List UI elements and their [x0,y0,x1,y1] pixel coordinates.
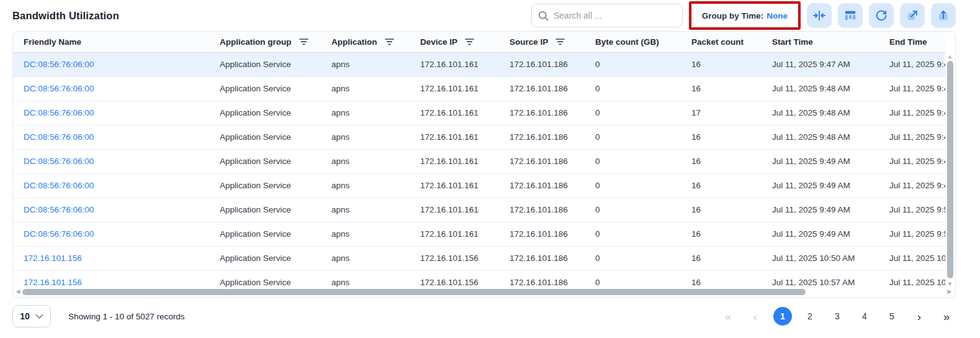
friendly-name-link[interactable]: 172.16.101.156 [24,278,82,287]
col-header-application[interactable]: Application [331,32,420,52]
friendly-name-link[interactable]: 172.16.101.156 [24,254,82,263]
table-footer: 10 Showing 1 - 10 of 5027 records « ‹ 1 … [0,298,980,327]
table-row[interactable]: DC:08:56:76:06:00 Application Service ap… [13,198,945,222]
cell-byte-count: 0 [595,125,691,149]
refresh-icon [874,9,888,22]
table-row[interactable]: DC:08:56:76:06:00 Application Service ap… [13,52,945,76]
pagination-first-button[interactable]: « [719,307,737,326]
filter-icon[interactable] [465,38,474,45]
col-header-device-ip[interactable]: Device IP [420,32,510,52]
cell-end-time: Jul 11, 2025 9:4 [889,52,945,76]
cell-source-ip: 172.16.101.186 [510,101,595,125]
pagination-prev-button[interactable]: ‹ [746,307,765,326]
cell-byte-count: 0 [595,52,691,76]
bandwidth-table: Friendly Name Application group Applicat… [13,32,945,295]
cell-source-ip: 172.16.101.186 [510,76,595,101]
filter-icon[interactable] [299,38,308,45]
friendly-name-link[interactable]: DC:08:56:76:06:00 [24,157,94,166]
page-size-select[interactable]: 10 [12,305,51,327]
cell-application-group: Application Service [220,52,331,76]
expand-icon [906,9,919,22]
pagination-page-1[interactable]: 1 [773,307,792,326]
table-row[interactable]: DC:08:56:76:06:00 Application Service ap… [13,222,945,246]
table-row[interactable]: DC:08:56:76:06:00 Application Service ap… [13,76,945,101]
cell-source-ip: 172.16.101.186 [510,149,595,173]
friendly-name-link[interactable]: DC:08:56:76:06:00 [24,181,94,190]
expand-button[interactable] [900,3,925,28]
vertical-scrollbar-thumb[interactable] [947,61,953,278]
cell-end-time: Jul 11, 2025 9:4 [889,149,945,173]
columns-icon [843,9,857,22]
collapse-columns-icon [812,9,826,22]
cell-application: apns [331,149,420,173]
export-button[interactable] [931,3,956,28]
group-by-time-button[interactable]: Group by Time: None [691,4,798,27]
pagination-page-5[interactable]: 5 [883,307,901,326]
cell-start-time: Jul 11, 2025 9:48 AM [772,125,889,149]
search-input[interactable] [554,11,676,21]
table-row[interactable]: 172.16.101.156 Application Service apns … [13,246,945,270]
cell-byte-count: 0 [595,222,691,246]
refresh-button[interactable] [869,3,894,28]
pagination-page-4[interactable]: 4 [855,307,874,326]
cell-application-group: Application Service [220,76,331,101]
table-row[interactable]: DC:08:56:76:06:00 Application Service ap… [13,101,945,125]
cell-device-ip: 172.16.101.161 [420,149,510,173]
col-header-source-ip[interactable]: Source IP [510,32,595,52]
col-header-byte-count[interactable]: Byte count (GB) [595,32,691,52]
cell-source-ip: 172.16.101.186 [510,52,595,76]
horizontal-scrollbar-thumb[interactable] [22,289,806,295]
cell-application-group: Application Service [220,246,331,270]
filter-icon[interactable] [385,38,394,45]
cell-byte-count: 0 [595,149,691,173]
chevron-down-icon [35,314,43,319]
search-icon [538,11,549,21]
cell-application: apns [331,76,420,101]
col-header-application-group[interactable]: Application group [220,32,331,52]
cell-application: apns [331,173,420,198]
friendly-name-link[interactable]: DC:08:56:76:06:00 [24,84,94,93]
cell-start-time: Jul 11, 2025 9:49 AM [772,222,889,246]
cell-end-time: Jul 11, 2025 9:5 [889,222,945,246]
col-header-end-time[interactable]: End Time [889,32,945,52]
scroll-down-arrow[interactable]: ▼ [946,281,954,287]
pagination-last-button[interactable]: » [937,307,956,326]
col-header-friendly-name[interactable]: Friendly Name [13,32,220,52]
collapse-columns-button[interactable] [807,3,832,28]
filter-icon[interactable] [555,38,565,45]
cell-byte-count: 0 [595,76,691,101]
pagination: « ‹ 1 2 3 4 5 › » [719,307,956,326]
horizontal-scrollbar[interactable]: ◀ ▶ [15,288,945,296]
friendly-name-link[interactable]: DC:08:56:76:06:00 [24,229,94,239]
scroll-left-arrow[interactable]: ◀ [15,288,21,296]
cell-application-group: Application Service [220,198,331,222]
table-row[interactable]: DC:08:56:76:06:00 Application Service ap… [13,173,945,198]
scroll-up-arrow[interactable]: ▲ [946,53,954,60]
search-box[interactable] [531,4,683,27]
cell-device-ip: 172.16.101.161 [420,52,510,76]
cell-start-time: Jul 11, 2025 9:48 AM [772,76,889,101]
cell-packet-count: 16 [691,173,772,198]
pagination-page-3[interactable]: 3 [828,307,847,326]
vertical-scrollbar[interactable]: ▲ ▼ [946,53,954,287]
cell-device-ip: 172.16.101.161 [420,173,510,198]
page-title: Bandwidth Utilization [12,10,119,22]
friendly-name-link[interactable]: DC:08:56:76:06:00 [24,132,94,142]
cell-packet-count: 16 [691,125,772,149]
cell-device-ip: 172.16.101.161 [420,125,510,149]
cell-device-ip: 172.16.101.156 [420,246,510,270]
friendly-name-link[interactable]: DC:08:56:76:06:00 [24,108,94,117]
cell-application: apns [331,198,420,222]
col-header-packet-count[interactable]: Packet count [691,32,772,52]
cell-source-ip: 172.16.101.186 [510,246,595,270]
scroll-right-arrow[interactable]: ▶ [946,288,953,296]
cell-source-ip: 172.16.101.186 [510,125,595,149]
col-header-start-time[interactable]: Start Time [772,32,889,52]
friendly-name-link[interactable]: DC:08:56:76:06:00 [24,60,94,69]
manage-columns-button[interactable] [838,3,863,28]
table-row[interactable]: DC:08:56:76:06:00 Application Service ap… [13,149,945,173]
friendly-name-link[interactable]: DC:08:56:76:06:00 [24,205,94,214]
pagination-page-2[interactable]: 2 [801,307,819,326]
table-row[interactable]: DC:08:56:76:06:00 Application Service ap… [13,125,945,149]
pagination-next-button[interactable]: › [910,307,928,326]
